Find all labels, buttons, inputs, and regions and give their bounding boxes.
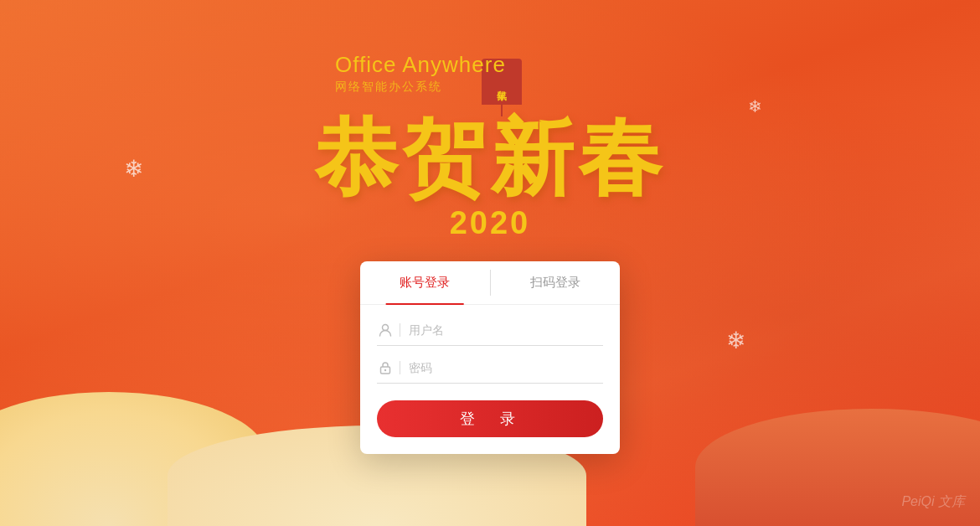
lock-icon [377,361,400,374]
username-input[interactable] [409,323,603,337]
username-field-container [377,315,603,346]
password-input[interactable] [409,361,603,374]
cny-section: 恭贺新春 2020 [239,117,741,241]
password-field-container [377,353,603,384]
login-form: 登 录 [360,305,620,454]
user-icon [377,323,400,337]
login-button[interactable]: 登 录 [377,400,603,437]
snowflake-4: ❄ [726,327,745,354]
svg-point-2 [384,369,385,371]
app-subtitle: 网络智能办公系统 [335,80,506,95]
tab-qr[interactable]: 扫码登录 [491,261,621,304]
snowflake-3: ❄ [748,96,762,116]
cny-year: 2020 [239,205,741,241]
login-card: 账号登录 扫码登录 登 录 [360,261,620,454]
watermark: PeiQi 文库 [901,493,965,511]
app-title: Office Anywhere [335,52,506,78]
header: Office Anywhere 网络智能办公系统 [335,52,506,95]
snowflake-1: ❄ [124,155,143,183]
login-tabs: 账号登录 扫码登录 [360,261,620,305]
svg-point-0 [382,325,388,331]
cny-chinese-text: 恭贺新春 [239,117,741,201]
tab-account[interactable]: 账号登录 [360,261,490,304]
